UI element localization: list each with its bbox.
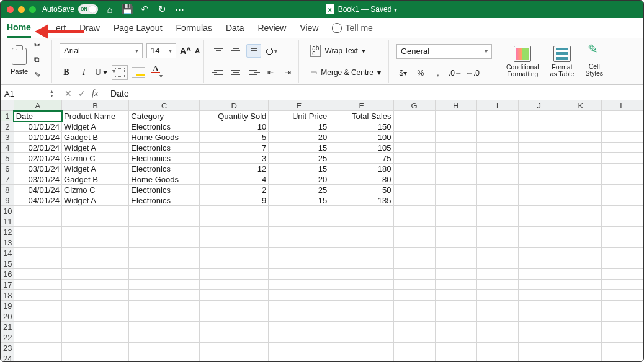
row-header[interactable]: 9 [1, 195, 14, 206]
cell[interactable] [129, 258, 200, 269]
maximize-window-button[interactable] [29, 6, 36, 13]
row-header[interactable]: 6 [1, 164, 14, 174]
cell[interactable] [62, 237, 129, 248]
cell[interactable] [14, 248, 61, 258]
cell[interactable] [560, 280, 601, 290]
cell[interactable] [14, 343, 61, 353]
cell[interactable] [269, 332, 329, 343]
tab-view[interactable]: View [300, 23, 318, 33]
cell[interactable] [601, 121, 643, 132]
wrap-text-button[interactable]: abc Wrap Text ▾ [306, 44, 385, 58]
row-header[interactable]: 20 [1, 311, 14, 322]
document-title-area[interactable]: x Book1 — Saved [191, 4, 532, 14]
cell[interactable] [601, 237, 643, 248]
cell[interactable] [601, 216, 643, 227]
cell[interactable]: Home Goods [129, 174, 200, 185]
cell[interactable] [393, 153, 435, 164]
cell[interactable] [476, 290, 518, 301]
font-color-button[interactable]: A [149, 66, 163, 79]
cell[interactable]: 80 [329, 174, 393, 185]
cell[interactable] [393, 280, 435, 290]
cell[interactable] [199, 258, 268, 269]
cell[interactable]: Electronics [129, 121, 200, 132]
cell[interactable] [129, 332, 200, 343]
cut-button[interactable] [34, 41, 48, 53]
cell[interactable] [518, 258, 560, 269]
formula-bar-input[interactable]: Date [104, 89, 135, 99]
cell[interactable]: 105 [329, 143, 393, 153]
cell[interactable] [476, 237, 518, 248]
cell[interactable] [393, 185, 435, 195]
cell[interactable] [518, 185, 560, 195]
cell[interactable] [269, 311, 329, 322]
cell[interactable] [14, 269, 61, 280]
decrease-indent-button[interactable]: ⇤ [264, 66, 277, 79]
cell[interactable]: Electronics [129, 195, 200, 206]
currency-button[interactable]: $▾ [396, 67, 410, 79]
cell[interactable] [62, 248, 129, 258]
decrease-decimal-button[interactable]: ←.0 [466, 67, 480, 79]
cell[interactable]: 7 [199, 143, 268, 153]
cell[interactable] [435, 353, 476, 362]
cell[interactable] [435, 195, 476, 206]
cell[interactable] [476, 132, 518, 143]
cell[interactable]: 01/01/24 [14, 121, 61, 132]
undo-icon[interactable]: ↶ [139, 4, 150, 15]
cell[interactable]: Total Sales [329, 111, 393, 121]
cell[interactable] [518, 121, 560, 132]
cell[interactable] [269, 206, 329, 216]
row-header[interactable]: 1 [1, 111, 14, 121]
cell[interactable] [518, 164, 560, 174]
cell[interactable] [393, 216, 435, 227]
cell[interactable] [393, 290, 435, 301]
cell[interactable] [269, 353, 329, 362]
cell[interactable]: Widget A [62, 164, 129, 174]
col-header-D[interactable]: D [199, 100, 268, 111]
cell[interactable]: Electronics [129, 164, 200, 174]
cell[interactable] [129, 216, 200, 227]
redo-icon[interactable]: ↻ [156, 4, 168, 15]
cell[interactable] [518, 322, 560, 332]
row-header[interactable]: 5 [1, 153, 14, 164]
cell[interactable] [269, 343, 329, 353]
cell[interactable] [476, 227, 518, 237]
row-header[interactable]: 12 [1, 227, 14, 237]
cell[interactable] [329, 269, 393, 280]
cell[interactable] [518, 216, 560, 227]
cell[interactable] [269, 301, 329, 311]
cell[interactable]: Widget A [62, 143, 129, 153]
cell[interactable] [518, 269, 560, 280]
cell[interactable] [560, 121, 601, 132]
paste-button[interactable]: Paste [8, 46, 30, 77]
cell[interactable] [14, 311, 61, 322]
cell[interactable] [393, 301, 435, 311]
col-header-K[interactable]: K [560, 100, 601, 111]
col-header-G[interactable]: G [393, 100, 435, 111]
cell[interactable] [129, 311, 200, 322]
font-size-select[interactable]: 14 [146, 43, 176, 58]
cell[interactable] [14, 290, 61, 301]
cell[interactable] [129, 301, 200, 311]
cell[interactable] [129, 248, 200, 258]
tab-data[interactable]: Data [226, 23, 244, 33]
cell[interactable] [199, 353, 268, 362]
cell[interactable] [129, 290, 200, 301]
cell[interactable] [435, 153, 476, 164]
cell[interactable] [62, 206, 129, 216]
cell[interactable] [601, 269, 643, 280]
cell[interactable] [518, 227, 560, 237]
increase-indent-button[interactable]: ⇥ [281, 66, 295, 79]
row-header[interactable]: 13 [1, 237, 14, 248]
cell[interactable] [329, 332, 393, 343]
cell[interactable]: Product Name [62, 111, 129, 121]
cell[interactable]: Home Goods [129, 132, 200, 143]
row-header[interactable]: 2 [1, 121, 14, 132]
cell[interactable] [269, 227, 329, 237]
cell[interactable] [601, 290, 643, 301]
cell[interactable]: Widget A [62, 121, 129, 132]
save-icon[interactable]: 💾 [122, 4, 133, 15]
cell-selected[interactable]: Date [14, 111, 61, 121]
home-icon[interactable]: ⌂ [104, 4, 115, 15]
cell[interactable] [393, 248, 435, 258]
row-header[interactable]: 17 [1, 280, 14, 290]
